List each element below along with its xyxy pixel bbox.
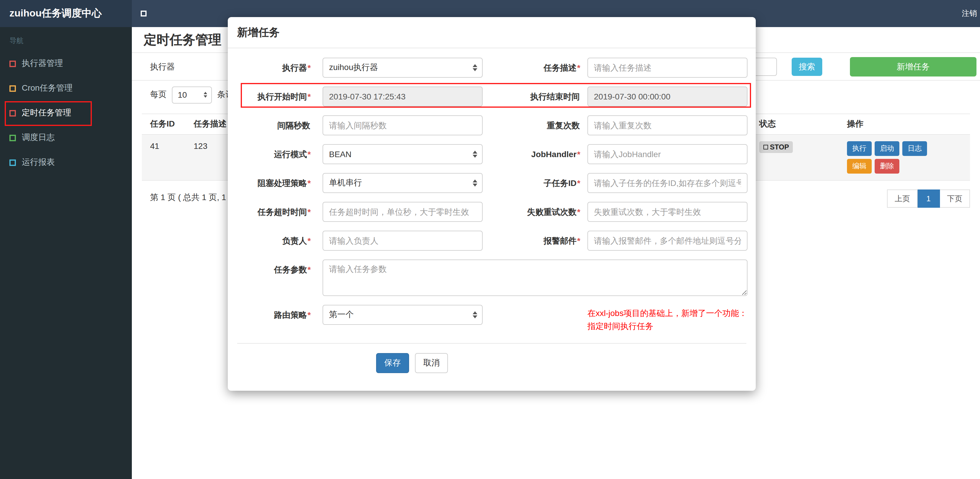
sidebar-item-label: 定时任务管理: [22, 108, 71, 118]
modal-title: 新增任务: [237, 25, 746, 40]
modal-divider: [237, 343, 746, 344]
select-arrows-icon: [473, 311, 477, 318]
task-desc-input[interactable]: [587, 58, 748, 78]
prev-page-button[interactable]: 上页: [887, 189, 918, 208]
run-mode-label: 运行模式*: [237, 144, 323, 164]
retry-count-input[interactable]: [587, 202, 748, 222]
executor-filter-label: 执行器: [150, 62, 175, 72]
new-task-modal: 新增任务 执行器* zuihou执行器 任务描述* 执行开始时间* 执行结束时间…: [228, 17, 756, 391]
row-action-删除-button[interactable]: 删除: [875, 159, 899, 173]
alarm-email-label: 报警邮件*: [483, 231, 587, 251]
select-arrows-icon: [473, 180, 477, 186]
col-header-status: 状态: [751, 114, 839, 134]
schedule-log-icon: [10, 134, 16, 141]
next-page-button[interactable]: 下页: [940, 189, 970, 208]
sidebar-item-label: 运行报表: [22, 157, 55, 168]
row-action-日志-button[interactable]: 日志: [902, 141, 927, 156]
interval-input[interactable]: [323, 115, 483, 135]
run-mode-select[interactable]: BEAN: [323, 144, 483, 164]
repeat-count-label: 重复次数: [483, 115, 587, 135]
select-arrows-icon: [473, 64, 477, 71]
modal-header: 新增任务: [228, 17, 756, 48]
executor-select[interactable]: zuihou执行器: [323, 58, 483, 78]
col-header-action: 操作: [839, 114, 970, 134]
task-params-textarea[interactable]: [323, 259, 748, 296]
per-page-select[interactable]: 10: [172, 86, 212, 103]
sidebar-nav: 执行器管理Cron任务管理定时任务管理调度日志运行报表: [0, 51, 132, 175]
alarm-email-input[interactable]: [587, 231, 748, 251]
sidebar-item-label: Cron任务管理: [22, 83, 73, 94]
timed-task-icon: [10, 110, 16, 116]
route-strategy-select-value: 第一个: [329, 310, 354, 320]
feature-note: 在xxl-jobs项目的基础上，新增了一个功能： 指定时间执行任务: [587, 305, 747, 333]
timeout-input[interactable]: [323, 202, 483, 222]
executor-label: 执行器*: [237, 58, 323, 78]
sidebar-item-label: 执行器管理: [22, 58, 63, 69]
per-page-value: 10: [178, 90, 187, 99]
sidebar-item-cron-task[interactable]: Cron任务管理: [0, 76, 132, 100]
status-badge: STOP: [759, 141, 793, 153]
sidebar-item-timed-task[interactable]: 定时任务管理: [0, 100, 132, 125]
pager: 上页 1 下页: [887, 189, 970, 208]
run-report-icon: [10, 159, 16, 166]
sidebar-item-label: 调度日志: [22, 132, 55, 143]
cell-status: STOP: [751, 134, 839, 180]
cell-task-id: 41: [142, 134, 185, 180]
child-task-input[interactable]: [587, 173, 748, 193]
sidebar-item-schedule-log[interactable]: 调度日志: [0, 125, 132, 150]
search-button[interactable]: 搜索: [792, 58, 822, 76]
executor-select-value: zuihou执行器: [329, 62, 378, 73]
select-arrows-icon: [204, 92, 207, 98]
cell-actions: 执行启动日志编辑删除: [839, 134, 970, 180]
logout-link[interactable]: 注销: [962, 8, 980, 19]
sidebar-item-run-report[interactable]: 运行报表: [0, 150, 132, 175]
select-arrows-icon: [473, 151, 477, 158]
pagination-summary: 第 1 页 ( 总共 1 页, 1: [142, 186, 226, 203]
app-root: zuihou任务调度中心 注销 导航 执行器管理Cron任务管理定时任务管理调度…: [0, 0, 980, 479]
nav-section-header: 导航: [0, 27, 132, 51]
save-button[interactable]: 保存: [376, 353, 409, 373]
modal-body: 执行器* zuihou执行器 任务描述* 执行开始时间* 执行结束时间 间隔秒数…: [228, 48, 756, 391]
row-action-执行-button[interactable]: 执行: [847, 141, 872, 156]
run-mode-select-value: BEAN: [329, 150, 352, 159]
brand-title: zuihou任务调度中心: [0, 0, 132, 27]
start-time-label: 执行开始时间*: [237, 86, 323, 107]
child-task-label: 子任务ID*: [483, 173, 587, 193]
task-desc-label: 任务描述*: [483, 58, 587, 78]
cancel-button[interactable]: 取消: [415, 353, 448, 373]
retry-count-label: 失败重试次数*: [483, 202, 587, 222]
row-action-编辑-button[interactable]: 编辑: [847, 159, 872, 173]
sidebar: 导航 执行器管理Cron任务管理定时任务管理调度日志运行报表: [0, 27, 132, 479]
status-badge-label: STOP: [770, 143, 789, 151]
end-time-input[interactable]: [587, 86, 748, 107]
jobhandler-label: JobHandler*: [483, 144, 587, 164]
block-strategy-select[interactable]: 单机串行: [323, 173, 483, 193]
modal-footer: 保存 取消: [332, 353, 492, 391]
executor-manage-icon: [10, 60, 16, 67]
sidebar-item-executor-manage[interactable]: 执行器管理: [0, 51, 132, 76]
feature-note-line1: 在xxl-jobs项目的基础上，新增了一个功能：: [587, 307, 747, 320]
block-strategy-select-value: 单机串行: [329, 178, 362, 188]
sidebar-toggle-icon[interactable]: [141, 11, 146, 16]
interval-label: 间隔秒数: [237, 115, 323, 135]
per-page-prefix-label: 每页: [150, 89, 167, 100]
block-strategy-label: 阻塞处理策略*: [237, 173, 323, 193]
start-time-input[interactable]: [323, 86, 483, 107]
stop-square-icon: [764, 145, 768, 150]
feature-note-line2: 指定时间执行任务: [587, 320, 747, 333]
repeat-count-input[interactable]: [587, 115, 748, 135]
owner-input[interactable]: [323, 231, 483, 251]
add-task-button[interactable]: 新增任务: [850, 57, 977, 76]
timeout-label: 任务超时时间*: [237, 202, 323, 222]
end-time-label: 执行结束时间: [483, 86, 587, 107]
cron-task-icon: [10, 85, 16, 92]
col-header-task-id: 任务ID: [142, 114, 185, 134]
task-params-label: 任务参数*: [237, 259, 323, 296]
row-action-buttons: 执行启动日志编辑删除: [847, 141, 931, 173]
route-strategy-select[interactable]: 第一个: [323, 305, 483, 325]
page-number-button[interactable]: 1: [918, 189, 940, 208]
row-action-启动-button[interactable]: 启动: [875, 141, 899, 156]
route-strategy-label: 路由策略*: [237, 305, 323, 333]
jobhandler-input[interactable]: [587, 144, 748, 164]
page-title: 定时任务管理: [144, 31, 221, 49]
